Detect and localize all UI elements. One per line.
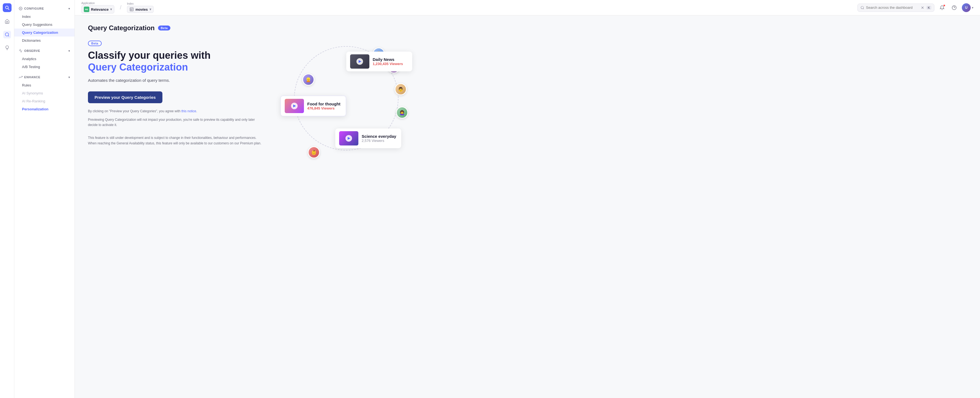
configure-header[interactable]: CONFIGURE ▾ — [14, 5, 75, 13]
sidebar-item-ai-synonyms: AI Synonyms — [14, 89, 75, 97]
hero-headline: Classify your queries with Query Categor… — [88, 49, 264, 73]
dashboard-search[interactable]: ✕ K — [858, 3, 934, 12]
svg-rect-5 — [130, 8, 133, 11]
chevron-down-icon-index: ▾ — [150, 7, 151, 11]
help-icon — [952, 5, 957, 10]
sidebar-item-ai-reranking: AI Re-Ranking — [14, 97, 75, 105]
beta-badge: Beta — [158, 25, 171, 30]
this-notice-link[interactable]: this notice — [181, 109, 196, 113]
search-icon[interactable] — [3, 31, 11, 38]
enhance-label: ENHANCE — [24, 76, 40, 79]
search-clear-button[interactable]: ✕ — [920, 5, 925, 10]
configure-section: CONFIGURE ▾ Index Query Suggestions Quer… — [14, 5, 75, 44]
svg-line-1 — [8, 8, 9, 10]
food-thumb — [285, 99, 304, 113]
disclaimer-text: Previewing Query Categorization will not… — [88, 117, 264, 128]
topbar-left: Application RE Relevance ▾ / Index movie… — [81, 2, 853, 13]
svg-point-9 — [861, 6, 864, 8]
play-button-food[interactable] — [291, 103, 298, 109]
chevron-down-icon: ▾ — [110, 7, 112, 11]
sidebar-item-rules[interactable]: Rules — [14, 81, 75, 89]
page-title: Query Categorization — [88, 24, 155, 32]
application-selector: Application RE Relevance ▾ — [81, 2, 115, 13]
svg-line-3 — [8, 35, 9, 36]
app-badge: RE — [84, 6, 89, 12]
search-kbd: K — [926, 6, 931, 10]
science-info: Science everyday 2,576 Viewers — [362, 134, 396, 143]
play-button-daily[interactable] — [356, 58, 363, 65]
lightbulb-icon[interactable] — [3, 44, 11, 52]
notifications-button[interactable] — [938, 3, 947, 12]
daily-news-viewers: 1,230,435 Viewers — [373, 62, 403, 66]
beta-outline-badge: Beta — [88, 41, 102, 46]
svg-point-4 — [20, 8, 21, 9]
sidebar-item-analytics[interactable]: Analytics — [14, 55, 75, 63]
user-avatar-wrapper[interactable]: U ▾ — [962, 3, 974, 12]
science-viewers: 2,576 Viewers — [362, 139, 396, 143]
science-title: Science everyday — [362, 134, 396, 139]
application-name: Relevance — [91, 7, 108, 11]
icon-rail — [0, 0, 14, 398]
avatar-7: 👶 — [308, 146, 320, 159]
daily-news-title: Daily News — [373, 57, 403, 62]
science-thumb — [339, 131, 358, 146]
food-title: Food for thought — [307, 101, 340, 106]
index-value[interactable]: movies ▾ — [127, 6, 154, 13]
svg-line-10 — [863, 8, 864, 9]
index-label: Index — [127, 2, 154, 5]
avatar-5: 👩‍🦱 — [396, 106, 408, 119]
avatar-8: 👱 — [302, 74, 314, 86]
hero-line2: Query Categorization — [88, 62, 188, 73]
user-avatar: U — [962, 3, 970, 12]
observe-label: OBSERVE — [24, 49, 40, 52]
content-area: Beta Classify your queries with Query Ca… — [88, 41, 967, 156]
sidebar-item-dictionaries[interactable]: Dictionaries — [14, 36, 75, 44]
page-content: Query Categorization Beta Beta Classify … — [75, 15, 980, 398]
application-value[interactable]: RE Relevance ▾ — [81, 5, 115, 13]
application-label: Application — [81, 2, 115, 5]
app-logo[interactable] — [3, 3, 11, 12]
preview-button[interactable]: Preview your Query Categories — [88, 91, 162, 103]
daily-news-thumb — [350, 54, 369, 69]
index-selector: Index movies ▾ — [127, 2, 154, 13]
hero-line1: Classify your queries with — [88, 50, 210, 61]
sidebar: CONFIGURE ▾ Index Query Suggestions Quer… — [14, 0, 75, 398]
sidebar-item-personalization[interactable]: Personalization — [14, 105, 75, 113]
page-header: Query Categorization Beta — [88, 24, 967, 32]
enhance-header[interactable]: ENHANCE ▾ — [14, 73, 75, 81]
illustration: 😊 😎 👩 👨 👩‍🦱 👴 👶 👱 Daily News — [280, 41, 412, 156]
topbar-right: ✕ K U ▾ — [858, 3, 974, 12]
play-button-science[interactable] — [345, 135, 352, 142]
index-name: movies — [135, 7, 148, 11]
card-science-everyday: Science everyday 2,576 Viewers — [335, 128, 401, 148]
main-wrapper: Application RE Relevance ▾ / Index movie… — [75, 0, 980, 398]
food-info: Food for thought 476,845 Viewers — [307, 101, 340, 110]
card-daily-news: Daily News 1,230,435 Viewers — [346, 52, 412, 71]
daily-news-info: Daily News 1,230,435 Viewers — [373, 57, 403, 66]
observe-header[interactable]: OBSERVE ▾ — [14, 47, 75, 55]
sidebar-item-index[interactable]: Index — [14, 13, 75, 21]
search-input[interactable] — [866, 5, 919, 10]
search-icon — [861, 6, 864, 10]
card-food-for-thought: Food for thought 476,845 Viewers — [280, 95, 346, 116]
hero-subtitle: Automates the categorization of query te… — [88, 78, 264, 84]
content-left: Beta Classify your queries with Query Ca… — [88, 41, 264, 146]
configure-label: CONFIGURE — [24, 7, 44, 10]
svg-point-2 — [5, 33, 8, 36]
user-chevron-icon: ▾ — [972, 6, 974, 10]
enhance-section: ENHANCE ▾ Rules AI Synonyms AI Re-Rankin… — [14, 73, 75, 113]
sidebar-item-query-categorization[interactable]: Query Categorization — [14, 29, 75, 36]
avatar-4: 👨 — [395, 83, 407, 95]
sidebar-item-ab-testing[interactable]: A/B Testing — [14, 63, 75, 71]
dev-notice: This feature is still under development … — [88, 135, 264, 146]
sidebar-item-query-suggestions[interactable]: Query Suggestions — [14, 21, 75, 29]
topbar: Application RE Relevance ▾ / Index movie… — [75, 0, 980, 15]
food-viewers: 476,845 Viewers — [307, 106, 340, 110]
content-right: 😊 😎 👩 👨 👩‍🦱 👴 👶 👱 Daily News — [280, 41, 412, 156]
home-icon[interactable] — [3, 17, 11, 25]
topbar-separator: / — [120, 5, 121, 11]
help-button[interactable] — [950, 3, 959, 12]
notification-dot — [943, 5, 945, 6]
index-icon — [129, 7, 134, 11]
observe-section: OBSERVE ▾ Analytics A/B Testing — [14, 47, 75, 71]
